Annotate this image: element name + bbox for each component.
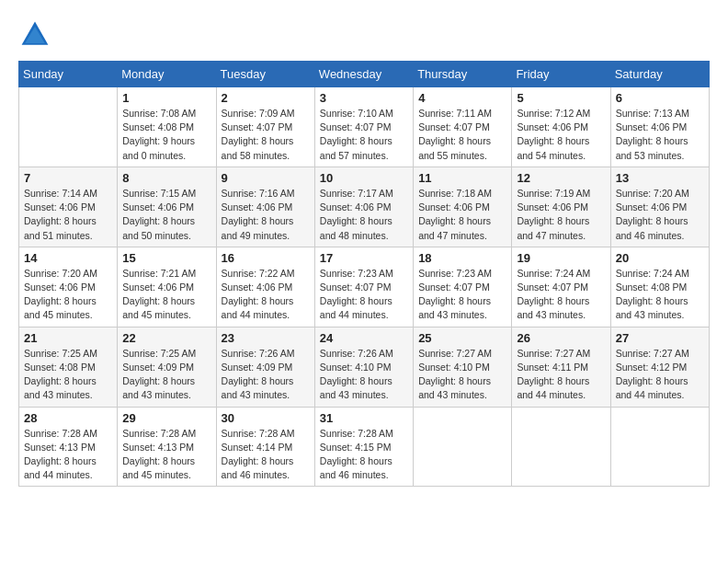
day-number: 13 <box>616 171 704 185</box>
calendar-cell: 2Sunrise: 7:09 AM Sunset: 4:07 PM Daylig… <box>216 87 314 167</box>
calendar-cell: 6Sunrise: 7:13 AM Sunset: 4:06 PM Daylig… <box>610 87 709 167</box>
calendar-week-row: 7Sunrise: 7:14 AM Sunset: 4:06 PM Daylig… <box>19 167 710 247</box>
day-info: Sunrise: 7:23 AM Sunset: 4:07 PM Dayligh… <box>320 267 408 323</box>
calendar-cell: 29Sunrise: 7:28 AM Sunset: 4:13 PM Dayli… <box>118 407 216 487</box>
day-number: 11 <box>418 171 506 185</box>
day-info: Sunrise: 7:21 AM Sunset: 4:06 PM Dayligh… <box>122 267 210 323</box>
weekday-header: Tuesday <box>216 62 314 87</box>
day-number: 1 <box>122 91 210 105</box>
calendar-cell: 13Sunrise: 7:20 AM Sunset: 4:06 PM Dayli… <box>610 167 709 247</box>
day-number: 17 <box>320 251 408 265</box>
calendar-cell: 3Sunrise: 7:10 AM Sunset: 4:07 PM Daylig… <box>314 87 413 167</box>
day-number: 21 <box>24 331 112 345</box>
day-number: 31 <box>320 411 408 425</box>
calendar-cell: 14Sunrise: 7:20 AM Sunset: 4:06 PM Dayli… <box>19 247 118 327</box>
weekday-header: Friday <box>512 62 610 87</box>
day-number: 9 <box>222 171 310 185</box>
weekday-header: Thursday <box>414 62 512 87</box>
weekday-header-row: SundayMondayTuesdayWednesdayThursdayFrid… <box>19 62 710 87</box>
calendar-week-row: 28Sunrise: 7:28 AM Sunset: 4:13 PM Dayli… <box>19 407 710 487</box>
day-info: Sunrise: 7:13 AM Sunset: 4:06 PM Dayligh… <box>616 107 704 163</box>
day-number: 22 <box>122 331 210 345</box>
day-number: 25 <box>418 331 506 345</box>
day-info: Sunrise: 7:26 AM Sunset: 4:10 PM Dayligh… <box>320 347 408 403</box>
day-info: Sunrise: 7:27 AM Sunset: 4:10 PM Dayligh… <box>418 347 506 403</box>
calendar-cell: 11Sunrise: 7:18 AM Sunset: 4:06 PM Dayli… <box>414 167 512 247</box>
calendar-week-row: 1Sunrise: 7:08 AM Sunset: 4:08 PM Daylig… <box>19 87 710 167</box>
day-info: Sunrise: 7:09 AM Sunset: 4:07 PM Dayligh… <box>222 107 310 163</box>
day-info: Sunrise: 7:20 AM Sunset: 4:06 PM Dayligh… <box>24 267 112 323</box>
weekday-header: Sunday <box>19 62 118 87</box>
calendar-cell: 1Sunrise: 7:08 AM Sunset: 4:08 PM Daylig… <box>118 87 216 167</box>
calendar-cell <box>414 407 512 487</box>
calendar-cell: 5Sunrise: 7:12 AM Sunset: 4:06 PM Daylig… <box>512 87 610 167</box>
calendar-cell: 7Sunrise: 7:14 AM Sunset: 4:06 PM Daylig… <box>19 167 118 247</box>
day-number: 30 <box>222 411 310 425</box>
logo-icon <box>18 18 51 52</box>
day-number: 26 <box>517 331 605 345</box>
day-info: Sunrise: 7:25 AM Sunset: 4:09 PM Dayligh… <box>122 347 210 403</box>
day-number: 3 <box>320 91 408 105</box>
weekday-header: Saturday <box>610 62 709 87</box>
day-number: 28 <box>24 411 112 425</box>
day-number: 14 <box>24 251 112 265</box>
weekday-header: Wednesday <box>314 62 413 87</box>
day-info: Sunrise: 7:10 AM Sunset: 4:07 PM Dayligh… <box>320 107 408 163</box>
logo <box>18 18 57 52</box>
day-info: Sunrise: 7:16 AM Sunset: 4:06 PM Dayligh… <box>222 187 310 243</box>
weekday-header: Monday <box>118 62 216 87</box>
day-info: Sunrise: 7:17 AM Sunset: 4:06 PM Dayligh… <box>320 187 408 243</box>
day-info: Sunrise: 7:28 AM Sunset: 4:14 PM Dayligh… <box>222 427 310 483</box>
calendar-cell: 8Sunrise: 7:15 AM Sunset: 4:06 PM Daylig… <box>118 167 216 247</box>
day-info: Sunrise: 7:24 AM Sunset: 4:07 PM Dayligh… <box>517 267 605 323</box>
calendar-cell: 23Sunrise: 7:26 AM Sunset: 4:09 PM Dayli… <box>216 327 314 407</box>
day-number: 23 <box>222 331 310 345</box>
calendar-cell: 18Sunrise: 7:23 AM Sunset: 4:07 PM Dayli… <box>414 247 512 327</box>
day-info: Sunrise: 7:18 AM Sunset: 4:06 PM Dayligh… <box>418 187 506 243</box>
day-info: Sunrise: 7:14 AM Sunset: 4:06 PM Dayligh… <box>24 187 112 243</box>
calendar-cell: 15Sunrise: 7:21 AM Sunset: 4:06 PM Dayli… <box>118 247 216 327</box>
calendar-week-row: 21Sunrise: 7:25 AM Sunset: 4:08 PM Dayli… <box>19 327 710 407</box>
calendar-cell: 31Sunrise: 7:28 AM Sunset: 4:15 PM Dayli… <box>314 407 413 487</box>
calendar-cell: 26Sunrise: 7:27 AM Sunset: 4:11 PM Dayli… <box>512 327 610 407</box>
day-number: 20 <box>616 251 704 265</box>
day-info: Sunrise: 7:24 AM Sunset: 4:08 PM Dayligh… <box>616 267 704 323</box>
day-info: Sunrise: 7:28 AM Sunset: 4:13 PM Dayligh… <box>24 427 112 483</box>
calendar-week-row: 14Sunrise: 7:20 AM Sunset: 4:06 PM Dayli… <box>19 247 710 327</box>
day-number: 10 <box>320 171 408 185</box>
calendar-cell <box>610 407 709 487</box>
calendar-cell: 10Sunrise: 7:17 AM Sunset: 4:06 PM Dayli… <box>314 167 413 247</box>
calendar-cell: 27Sunrise: 7:27 AM Sunset: 4:12 PM Dayli… <box>610 327 709 407</box>
day-number: 18 <box>418 251 506 265</box>
day-number: 12 <box>517 171 605 185</box>
day-info: Sunrise: 7:25 AM Sunset: 4:08 PM Dayligh… <box>24 347 112 403</box>
calendar-cell: 12Sunrise: 7:19 AM Sunset: 4:06 PM Dayli… <box>512 167 610 247</box>
calendar-cell: 4Sunrise: 7:11 AM Sunset: 4:07 PM Daylig… <box>414 87 512 167</box>
day-info: Sunrise: 7:11 AM Sunset: 4:07 PM Dayligh… <box>418 107 506 163</box>
day-number: 4 <box>418 91 506 105</box>
calendar-cell: 20Sunrise: 7:24 AM Sunset: 4:08 PM Dayli… <box>610 247 709 327</box>
day-info: Sunrise: 7:23 AM Sunset: 4:07 PM Dayligh… <box>418 267 506 323</box>
day-info: Sunrise: 7:28 AM Sunset: 4:13 PM Dayligh… <box>122 427 210 483</box>
calendar-cell: 16Sunrise: 7:22 AM Sunset: 4:06 PM Dayli… <box>216 247 314 327</box>
day-info: Sunrise: 7:22 AM Sunset: 4:06 PM Dayligh… <box>222 267 310 323</box>
day-number: 29 <box>122 411 210 425</box>
day-number: 6 <box>616 91 704 105</box>
day-info: Sunrise: 7:27 AM Sunset: 4:12 PM Dayligh… <box>616 347 704 403</box>
day-number: 24 <box>320 331 408 345</box>
day-info: Sunrise: 7:19 AM Sunset: 4:06 PM Dayligh… <box>517 187 605 243</box>
day-number: 16 <box>222 251 310 265</box>
day-number: 7 <box>24 171 112 185</box>
day-info: Sunrise: 7:12 AM Sunset: 4:06 PM Dayligh… <box>517 107 605 163</box>
day-number: 8 <box>122 171 210 185</box>
calendar-cell: 28Sunrise: 7:28 AM Sunset: 4:13 PM Dayli… <box>19 407 118 487</box>
calendar: SundayMondayTuesdayWednesdayThursdayFrid… <box>18 61 710 487</box>
day-info: Sunrise: 7:28 AM Sunset: 4:15 PM Dayligh… <box>320 427 408 483</box>
day-number: 27 <box>616 331 704 345</box>
day-number: 2 <box>222 91 310 105</box>
calendar-cell: 9Sunrise: 7:16 AM Sunset: 4:06 PM Daylig… <box>216 167 314 247</box>
calendar-cell <box>19 87 118 167</box>
day-info: Sunrise: 7:20 AM Sunset: 4:06 PM Dayligh… <box>616 187 704 243</box>
day-info: Sunrise: 7:08 AM Sunset: 4:08 PM Dayligh… <box>122 107 210 163</box>
day-info: Sunrise: 7:26 AM Sunset: 4:09 PM Dayligh… <box>222 347 310 403</box>
